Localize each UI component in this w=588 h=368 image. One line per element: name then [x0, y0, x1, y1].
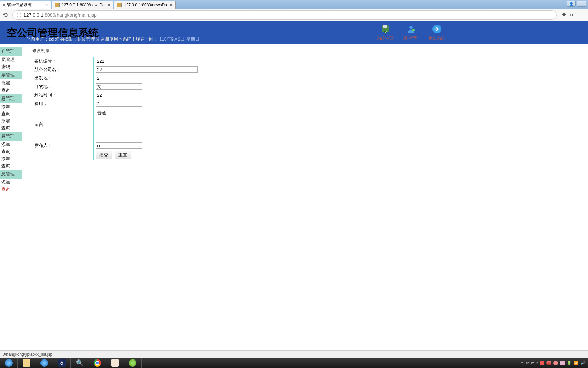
taskbar-search[interactable]: 🔍: [71, 358, 88, 368]
status-line: 当前用户：cd 您的权限：超级管理员 谢谢使用本系统！现在时间： 118年9月2…: [27, 36, 199, 42]
save-icon: [379, 23, 391, 35]
minimize-button[interactable]: —: [577, 1, 586, 7]
tab-title: 司管理信息系统: [3, 2, 43, 8]
browser-tab-2[interactable]: 127.0.0.1:8080/newsDo ×: [52, 1, 113, 9]
app-header: 空公司管理信息系统 当前用户：cd 您的权限：超级管理员 谢谢使用本系统！现在时…: [0, 21, 588, 44]
sidebar: 户管理 员管理 密码 票管理 添加 查询 息管理 添加 查询 添加 查询 息管理…: [0, 44, 22, 358]
browser-tab-1[interactable]: 司管理信息系统 ×: [0, 1, 51, 9]
address-bar-icons: ⋯: [561, 12, 586, 18]
label-airline: 航空公司名：: [32, 65, 94, 74]
destination-input[interactable]: [96, 83, 142, 90]
menu-icon[interactable]: ⋯: [580, 12, 586, 18]
label-fee: 费用：: [32, 99, 94, 108]
taskbar-app3[interactable]: [124, 358, 142, 368]
exit-label: 退出系统: [429, 35, 445, 41]
svg-point-0: [571, 14, 573, 16]
user-mgmt-button[interactable]: 用户管理: [403, 23, 419, 41]
message-textarea[interactable]: 普通: [96, 109, 252, 139]
sidebar-category-user: 户管理: [0, 47, 22, 56]
browser-tab-3[interactable]: 127.0.0.1:8080/newsDo ×: [114, 1, 176, 9]
address-bar: i 127.0.0.1:8080/hangkong/main.jsp ⋯: [0, 9, 588, 21]
edit-ticket-form: 客机编号： 航空公司名： 出发地： 目的地： 到站时间： 费用：: [32, 57, 581, 160]
sidebar-item[interactable]: 添加: [0, 155, 22, 162]
empty-label-cell: [32, 150, 94, 160]
tray-icon[interactable]: [540, 361, 544, 365]
fee-input[interactable]: [96, 101, 142, 107]
tray-icon[interactable]: ✿: [560, 361, 565, 365]
submit-button[interactable]: 提交: [96, 151, 112, 159]
exit-button[interactable]: 退出系统: [429, 23, 445, 41]
sidebar-category-info2: 息管理: [0, 132, 22, 141]
current-user: cd: [49, 36, 54, 42]
tray-icon[interactable]: [553, 361, 558, 365]
sidebar-item[interactable]: 员管理: [0, 56, 22, 63]
svg-point-5: [412, 29, 415, 31]
sidebar-item[interactable]: 添加: [0, 179, 22, 186]
taskbar-app1[interactable]: 8: [53, 358, 71, 368]
tab-title: 127.0.0.1:8080/newsDo: [124, 3, 167, 7]
taskbar-ie2[interactable]: [35, 358, 53, 368]
close-icon[interactable]: ×: [170, 2, 173, 8]
home-button[interactable]: 系统主页: [377, 23, 393, 41]
arrive-time-input[interactable]: [96, 92, 142, 98]
browser-tab-strip: 司管理信息系统 × 127.0.0.1:8080/newsDo × 127.0.…: [0, 0, 588, 9]
sidebar-item[interactable]: 查询: [0, 87, 22, 94]
label-message: 留言: [32, 108, 94, 141]
page-title: 修改机票:: [32, 48, 581, 54]
tray-icon[interactable]: [546, 361, 551, 365]
tray-battery-icon[interactable]: 🔋: [567, 361, 572, 365]
label-publisher: 发布人：: [32, 141, 94, 150]
favicon-icon: [117, 3, 122, 7]
sidebar-category-info3: 息管理: [0, 170, 22, 179]
tray-label: shutcut: [526, 361, 538, 365]
key-icon[interactable]: [570, 12, 576, 18]
plane-no-input[interactable]: [96, 58, 142, 64]
user-icon[interactable]: 👤: [567, 1, 576, 7]
status-url: 0/hangkong/jipiaoxx_list.jsp: [3, 352, 52, 357]
taskbar-explorer[interactable]: [18, 358, 35, 368]
sidebar-item[interactable]: 添加: [0, 141, 22, 148]
sidebar-item[interactable]: 添加: [0, 80, 22, 87]
taskbar: 8 🔍 » shutcut ✿ 🔋 📶 🔊: [0, 358, 588, 368]
home-label: 系统主页: [377, 35, 393, 41]
sidebar-item[interactable]: 添加: [0, 103, 22, 110]
url-path: /hangkong/main.jsp: [55, 12, 96, 18]
sidebar-item[interactable]: 添加: [0, 118, 22, 124]
url-host: 127.0.0.1: [23, 12, 43, 18]
info-icon[interactable]: i: [17, 13, 21, 17]
sidebar-item[interactable]: 查询: [0, 125, 22, 132]
tray-wifi-icon[interactable]: 📶: [574, 361, 578, 365]
reset-button[interactable]: 重置: [115, 151, 131, 159]
close-icon[interactable]: ×: [45, 2, 48, 8]
airline-input[interactable]: [96, 66, 198, 73]
arrow-right-icon: [431, 23, 443, 35]
sidebar-item[interactable]: 密码: [0, 63, 22, 70]
label-arrive-time: 到站时间：: [32, 91, 94, 99]
close-icon[interactable]: ×: [108, 2, 110, 8]
content-area: 户管理 员管理 密码 票管理 添加 查询 息管理 添加 查询 添加 查询 息管理…: [0, 44, 588, 358]
user-mgmt-label: 用户管理: [403, 35, 419, 41]
sidebar-item-active[interactable]: 查询: [0, 186, 22, 193]
taskbar-app2[interactable]: [106, 358, 124, 368]
user-icon: [405, 23, 417, 35]
search-icon: 🔍: [76, 359, 83, 367]
taskbar-chrome[interactable]: [88, 358, 106, 368]
tray-expand-icon[interactable]: »: [521, 360, 524, 366]
svg-point-4: [409, 26, 413, 29]
sidebar-item[interactable]: 查询: [0, 110, 22, 117]
sidebar-item[interactable]: 查询: [0, 163, 22, 169]
reload-button[interactable]: [2, 11, 10, 19]
departure-input[interactable]: [96, 75, 142, 81]
system-tray: » shutcut ✿ 🔋 📶 🔊: [521, 360, 588, 366]
url-port: :8080: [43, 12, 55, 18]
svg-rect-2: [383, 25, 387, 28]
url-input[interactable]: i 127.0.0.1:8080/hangkong/main.jsp: [12, 10, 557, 20]
extension-icon[interactable]: [561, 12, 567, 18]
tray-volume-icon[interactable]: 🔊: [581, 361, 585, 365]
sidebar-item[interactable]: 查询: [0, 148, 22, 155]
header-actions: 系统主页 用户管理 退出系统: [377, 23, 445, 41]
taskbar-ie[interactable]: [0, 358, 18, 368]
sidebar-category-ticket: 票管理: [0, 71, 22, 79]
label-destination: 目的地：: [32, 82, 94, 91]
publisher-input[interactable]: [96, 142, 142, 149]
